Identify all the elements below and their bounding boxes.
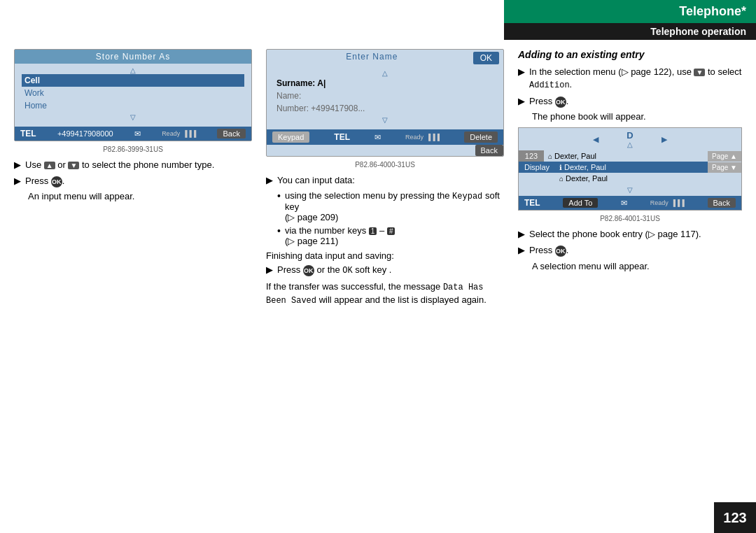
screen-item-home: Home bbox=[22, 99, 244, 112]
down-arrow-icon: ▽ bbox=[22, 113, 244, 121]
pb-d-col: D △ bbox=[626, 130, 633, 148]
screen-body: △ Cell Work Home ▽ bbox=[15, 64, 251, 124]
bullet-input-text: You can input data: bbox=[277, 174, 355, 187]
pb-caption: P82.86-4001-31US bbox=[518, 215, 742, 222]
bullet-dot-1: • bbox=[277, 190, 281, 222]
back-button[interactable]: Back bbox=[217, 129, 245, 138]
bullet-use-text: Use ▲ or ▼ to select the phone number ty… bbox=[25, 159, 214, 171]
tel-label-pb: TEL bbox=[524, 198, 540, 208]
page-down-btn[interactable]: Page ▼ bbox=[708, 162, 741, 173]
pb-up-arrow: △ bbox=[626, 141, 633, 148]
bullet-arrow-right2: ▶ bbox=[518, 95, 525, 108]
sub-bullets: • using the selection menu by pressing t… bbox=[277, 190, 504, 246]
bullet-use-select: ▶ Use ▲ or ▼ to select the phone number … bbox=[14, 159, 252, 171]
bullet-arrow-icon: ▶ bbox=[14, 175, 21, 187]
pb-row-2: Display ℹDexter, Paul Page ▼ bbox=[519, 162, 741, 173]
up-btn: ▲ bbox=[44, 162, 55, 169]
addition-code: Addition bbox=[529, 80, 570, 90]
surname-field: Surname: A| bbox=[274, 77, 496, 90]
left-arrow-icon: ◀ bbox=[593, 135, 598, 144]
bullet-selection-menu: ▶ In the selection menu (▷ page 122), us… bbox=[518, 66, 742, 92]
ok-circle-right1: OK bbox=[555, 97, 566, 108]
selection-menu-text: A selection menu will appear. bbox=[532, 261, 742, 271]
bullet-arrow-right4: ▶ bbox=[518, 244, 525, 257]
screen-title-enter: Enter Name bbox=[271, 52, 473, 62]
pb-entry-1: ⌂Dexter, Paul bbox=[544, 150, 708, 162]
mail-icon-pb: ✉ bbox=[621, 199, 627, 208]
screen-top-row: Enter Name OK bbox=[267, 50, 503, 66]
page-title: Telephone* bbox=[504, 0, 756, 23]
left-sub-text: An input menu will appear. bbox=[28, 191, 252, 201]
saved-code: Data Has Been Saved bbox=[266, 283, 484, 306]
down-btn: ▼ bbox=[68, 162, 79, 169]
down-btn-right: ▼ bbox=[694, 69, 705, 76]
back-btn-pb[interactable]: Back bbox=[708, 198, 736, 208]
num-1-badge: 1 bbox=[369, 227, 377, 235]
number-field: Number: +499417908... bbox=[274, 102, 496, 115]
signal-mid: ▐▐▐ bbox=[426, 134, 440, 141]
screen-bottom-bar-mid: Keypad TEL ✉ Ready ▐▐▐ Delete bbox=[267, 129, 503, 145]
add-to-btn[interactable]: Add To bbox=[563, 198, 598, 208]
bullet-arrow-right1: ▶ bbox=[518, 66, 525, 92]
screen-item-cell: Cell bbox=[22, 74, 244, 87]
left-column: Store Number As △ Cell Work Home ▽ TEL +… bbox=[14, 49, 252, 498]
bullet-press-ok-mid: ▶ Press OK or the OK soft key . bbox=[266, 264, 504, 277]
mail-icon-mid: ✉ bbox=[374, 133, 381, 142]
home-icon-3: ⌂ bbox=[559, 175, 564, 183]
ok-btn[interactable]: OK bbox=[473, 52, 499, 64]
header: Telephone* Telephone operation bbox=[504, 0, 756, 40]
status-mid: Ready ▐▐▐ bbox=[405, 134, 440, 141]
bullet-press-text: Press OK. bbox=[25, 175, 64, 187]
bullet-select-entry: ▶ Select the phone book entry (▷ page 11… bbox=[518, 228, 742, 241]
sub-bullet-keypad: • using the selection menu by pressing t… bbox=[277, 190, 504, 222]
up-arrow-mid: △ bbox=[274, 69, 496, 77]
right-column: Adding to an existing entry ▶ In the sel… bbox=[518, 49, 742, 498]
screen-caption-mid: P82.86-4000-31US bbox=[266, 161, 504, 169]
signal-pb: ▐▐▐ bbox=[671, 199, 685, 206]
back-btn-mid[interactable]: Back bbox=[475, 145, 503, 156]
screen-caption-left: P82.86-3999-31US bbox=[14, 145, 252, 153]
screen-store-number: Store Number As △ Cell Work Home ▽ TEL +… bbox=[14, 49, 252, 141]
bullet-dot-2: • bbox=[277, 225, 281, 246]
bullet-arrow-ok: ▶ bbox=[266, 264, 273, 277]
bullet-select-text: Select the phone book entry (▷ page 117)… bbox=[529, 228, 701, 241]
pb-bottom-bar: TEL Add To ✉ Ready ▐▐▐ Back bbox=[519, 196, 741, 210]
pb-row-3: ⌂Dexter, Paul bbox=[519, 173, 741, 184]
tel-label: TEL bbox=[20, 129, 36, 138]
info-icon: ℹ bbox=[559, 164, 562, 171]
bullet-press-right1: ▶ Press OK. bbox=[518, 95, 742, 108]
mail-icon: ✉ bbox=[134, 129, 141, 138]
up-arrow-icon: △ bbox=[22, 66, 244, 74]
screen-title: Store Number As bbox=[15, 50, 251, 64]
screen-enter-name: Enter Name OK △ Surname: A| Name: Number… bbox=[266, 49, 504, 157]
ready-pb: Ready bbox=[650, 199, 668, 206]
bullet-ok-text: Press OK or the OK soft key . bbox=[277, 264, 391, 277]
phone-number: +499417908000 bbox=[57, 129, 113, 138]
bullet-menu-text: In the selection menu (▷ page 122), use … bbox=[529, 66, 742, 92]
page-number: 123 bbox=[714, 502, 756, 533]
section-title: Adding to an existing entry bbox=[518, 49, 742, 60]
bullet-arrow-right3: ▶ bbox=[518, 228, 525, 241]
keypad-btn[interactable]: Keypad bbox=[272, 132, 309, 143]
delete-btn[interactable]: Delete bbox=[464, 132, 498, 143]
pb-row-1: 123 ⌂Dexter, Paul Page ▲ bbox=[519, 150, 741, 162]
screen-bottom-bar: TEL +499417908000 ✉ Ready ▐▐▐ Back bbox=[15, 127, 251, 141]
pb-d-label: D bbox=[626, 130, 633, 141]
sub-bullet-numkeys: • via the number keys 1 – #(▷ page 211) bbox=[277, 225, 504, 246]
bullet-press-left: ▶ Press OK. bbox=[14, 175, 252, 187]
sub-keypad-text: using the selection menu by pressing the… bbox=[285, 190, 504, 222]
screen-body-mid: △ Surname: A| Name: Number: +499417908..… bbox=[267, 66, 503, 127]
ready-mid: Ready bbox=[405, 134, 424, 141]
pb-entry-2-selected: ℹDexter, Paul bbox=[555, 162, 708, 173]
transfer-text: If the transfer was successful, the mess… bbox=[266, 280, 504, 307]
pb-display-label: Display bbox=[519, 162, 555, 173]
ready-label: Ready bbox=[162, 130, 180, 137]
keypad-code: Keypad bbox=[452, 192, 482, 201]
page-up-btn[interactable]: Page ▲ bbox=[708, 151, 741, 162]
signal-icon: ▐▐▐ bbox=[183, 130, 196, 137]
pb-num-label: 123 bbox=[519, 150, 544, 162]
ok-circle-mid: OK bbox=[303, 265, 314, 276]
sub-numkeys-text: via the number keys 1 – #(▷ page 211) bbox=[285, 225, 396, 246]
right-arrow-icon: ▶ bbox=[662, 135, 667, 144]
ok-code: OK bbox=[342, 266, 352, 276]
